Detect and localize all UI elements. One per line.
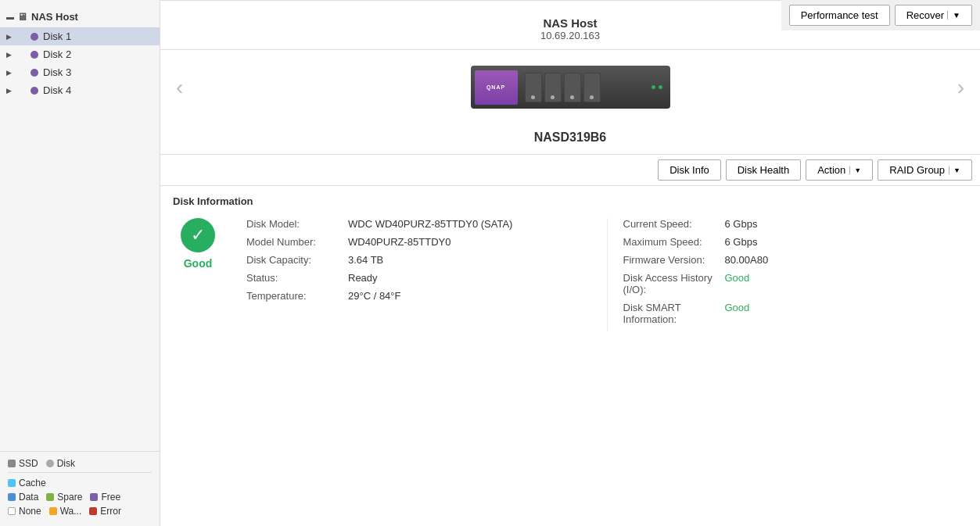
legend-row-2: Cache	[8, 478, 152, 488]
slot-2	[544, 73, 562, 102]
value-smart-info: Good	[725, 302, 750, 325]
disk-info-content: ✓ Good Disk Model: WDC WD40PURZ-85TTDY0 …	[173, 218, 967, 331]
data-dot	[8, 493, 16, 501]
ssd-dot	[8, 460, 16, 467]
raid-group-button[interactable]: RAID Group ▼	[878, 159, 972, 181]
disk-info-button[interactable]: Disk Info	[658, 159, 721, 181]
sidebar: ▬ 🖥 NAS Host ▶ Disk 1 ▶ Disk 2 ▶ Disk 3	[0, 0, 160, 526]
free-dot	[90, 493, 98, 501]
top-bar: Performance test Recover ▼	[781, 0, 980, 30]
legend-cache: Cache	[8, 478, 46, 488]
prev-arrow[interactable]: ‹	[160, 67, 199, 108]
disk-status-icon: ✓ Good	[181, 218, 215, 331]
disk1-expand-icon[interactable]: ▶	[6, 33, 12, 41]
performance-test-button[interactable]: Performance test	[789, 5, 890, 26]
data-label: Data	[19, 492, 38, 503]
field-max-speed: Maximum Speed: 6 Gbps	[623, 236, 968, 248]
disk-label-legend: Disk	[57, 458, 75, 469]
label-disk-model: Disk Model:	[246, 218, 348, 230]
value-access-history: Good	[725, 272, 750, 295]
sidebar-item-disk3[interactable]: ▶ Disk 3	[0, 63, 160, 81]
field-firmware: Firmware Version: 80.00A80	[623, 254, 968, 266]
legend-free: Free	[90, 492, 120, 503]
disk-health-button[interactable]: Disk Health	[726, 159, 801, 181]
slot4-dot	[590, 95, 594, 99]
slot-4	[583, 73, 601, 102]
value-current-speed: 6 Gbps	[725, 218, 758, 230]
sidebar-item-disk1[interactable]: ▶ Disk 1	[0, 27, 160, 45]
recover-dropdown-arrow[interactable]: ▼	[947, 11, 960, 20]
disk4-label: Disk 4	[43, 84, 71, 96]
disk-dot-legend	[46, 460, 54, 467]
recover-button[interactable]: Recover ▼	[895, 5, 972, 26]
field-temperature: Temperature: 29°C / 84°F	[246, 290, 591, 302]
cache-label: Cache	[19, 478, 46, 488]
layout: ▬ 🖥 NAS Host ▶ Disk 1 ▶ Disk 2 ▶ Disk 3	[0, 0, 980, 526]
good-checkmark-icon: ✓	[181, 218, 215, 252]
legend-disk: Disk	[46, 458, 75, 469]
disk4-expand-icon[interactable]: ▶	[6, 87, 12, 95]
collapse-icon[interactable]: ▬	[6, 13, 14, 21]
field-current-speed: Current Speed: 6 Gbps	[623, 218, 968, 230]
device-name: NASD319B6	[160, 124, 980, 154]
legend-row-4: None Wa... Error	[8, 506, 152, 517]
action-button[interactable]: Action ▼	[806, 159, 873, 181]
disk2-expand-icon[interactable]: ▶	[6, 51, 12, 59]
sidebar-root-label: NAS Host	[31, 11, 78, 23]
slot-3	[564, 73, 581, 102]
value-max-speed: 6 Gbps	[725, 236, 758, 248]
spare-label: Spare	[57, 492, 82, 503]
value-firmware: 80.00A80	[725, 254, 769, 266]
value-model-number: WD40PURZ-85TTDY0	[348, 236, 451, 248]
sidebar-tree: ▬ 🖥 NAS Host ▶ Disk 1 ▶ Disk 2 ▶ Disk 3	[0, 6, 160, 451]
led-1	[652, 85, 655, 89]
main-panel: NAS Host 10.69.20.163 ‹ QNAP	[160, 0, 980, 526]
nas-disk-slots	[525, 73, 601, 102]
warning-label: Wa...	[60, 506, 82, 517]
disk-info-title: Disk Information	[173, 195, 967, 207]
field-model-number: Model Number: WD40PURZ-85TTDY0	[246, 236, 591, 248]
label-access-history: Disk Access History (I/O):	[623, 272, 725, 295]
next-arrow[interactable]: ›	[942, 67, 980, 108]
spare-dot	[46, 493, 54, 501]
server-icon: 🖥	[17, 11, 27, 23]
slot-1	[525, 73, 542, 102]
raid-dropdown-arrow[interactable]: ▼	[949, 166, 960, 174]
sidebar-item-disk2[interactable]: ▶ Disk 2	[0, 45, 160, 63]
field-status: Status: Ready	[246, 272, 591, 284]
field-access-history: Disk Access History (I/O): Good	[623, 272, 968, 295]
led-2	[659, 85, 662, 89]
legend-ssd: SSD	[8, 458, 38, 469]
sidebar-item-disk4[interactable]: ▶ Disk 4	[0, 81, 160, 99]
legend-data: Data	[8, 492, 38, 503]
nas-right-panel	[604, 73, 666, 102]
disk-fields-right: Current Speed: 6 Gbps Maximum Speed: 6 G…	[607, 218, 968, 331]
disk1-label: Disk 1	[43, 30, 71, 42]
nas-ip: 10.69.20.163	[160, 30, 980, 41]
label-max-speed: Maximum Speed:	[623, 236, 725, 248]
value-status: Ready	[348, 272, 378, 284]
action-dropdown-arrow[interactable]: ▼	[849, 166, 861, 174]
toolbar: Disk Info Disk Health Action ▼ RAID Grou…	[160, 154, 980, 185]
disk-fields-left: Disk Model: WDC WD40PURZ-85TTDY0 (SATA) …	[246, 218, 591, 331]
warning-dot	[49, 507, 57, 515]
sidebar-legend: SSD Disk Cache Data	[0, 451, 160, 526]
label-firmware: Firmware Version:	[623, 254, 725, 266]
value-temperature: 29°C / 84°F	[348, 290, 400, 302]
slot3-dot	[570, 95, 574, 99]
disk4-dot	[31, 87, 38, 95]
field-smart-info: Disk SMART Information: Good	[623, 302, 968, 325]
disk3-expand-icon[interactable]: ▶	[6, 69, 12, 77]
ssd-label: SSD	[19, 458, 38, 469]
slot2-dot	[551, 95, 555, 99]
label-disk-capacity: Disk Capacity:	[246, 254, 348, 266]
disk1-dot	[31, 33, 38, 41]
nas-display: ‹ QNAP ›	[160, 50, 980, 124]
label-current-speed: Current Speed:	[623, 218, 725, 230]
legend-spare: Spare	[46, 492, 82, 503]
sidebar-root[interactable]: ▬ 🖥 NAS Host	[0, 6, 160, 27]
nas-chassis: QNAP	[471, 66, 670, 109]
label-temperature: Temperature:	[246, 290, 348, 302]
legend-row-3: Data Spare Free	[8, 492, 152, 503]
disk3-label: Disk 3	[43, 66, 71, 78]
